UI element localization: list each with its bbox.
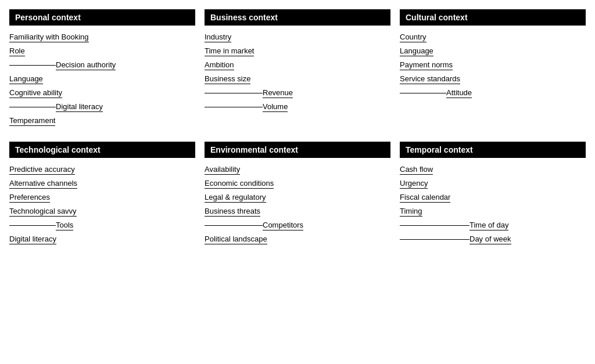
main-grid: Personal contextFamiliarity with Booking… bbox=[9, 9, 586, 246]
item-label: Revenue bbox=[263, 88, 293, 98]
list-item: Availability bbox=[205, 163, 390, 176]
connector-line bbox=[205, 225, 263, 226]
list-item: Urgency bbox=[400, 176, 586, 190]
list-item: Predictive accuracy bbox=[9, 163, 195, 176]
list-item: Day of week bbox=[469, 232, 586, 246]
temporal-context-items: Cash flowUrgencyFiscal calendarTimingTim… bbox=[400, 163, 586, 246]
list-item: Time of day bbox=[469, 218, 586, 232]
item-label: Attitude bbox=[446, 88, 472, 98]
item-label: Familiarity with Booking bbox=[9, 33, 89, 42]
business-context-items: IndustryTime in marketAmbitionBusiness s… bbox=[205, 30, 390, 114]
item-label: Cash flow bbox=[400, 165, 433, 175]
environmental-context-header: Environmental context bbox=[205, 142, 390, 158]
list-item: Payment norms bbox=[400, 58, 586, 72]
list-item: Volume bbox=[263, 100, 390, 114]
list-item: Temperament bbox=[9, 114, 195, 128]
item-label: Political landscape bbox=[205, 235, 267, 244]
technological-context: Technological contextPredictive accuracy… bbox=[9, 142, 195, 246]
item-label: Cognitive ability bbox=[9, 88, 62, 98]
list-item: Country bbox=[400, 30, 586, 44]
item-label: Timing bbox=[400, 207, 422, 217]
item-label: Predictive accuracy bbox=[9, 165, 75, 175]
cultural-context: Cultural contextCountryLanguagePayment n… bbox=[400, 9, 586, 128]
list-item: Fiscal calendar bbox=[400, 190, 586, 204]
list-item: Digital literacy bbox=[56, 100, 195, 114]
list-item: Technological savvy bbox=[9, 204, 195, 218]
item-label: Business threats bbox=[205, 207, 260, 217]
connector-line bbox=[9, 107, 56, 107]
item-label: Alternative channels bbox=[9, 179, 77, 189]
item-label: Service standards bbox=[400, 74, 460, 84]
item-label: Day of week bbox=[469, 235, 511, 244]
list-item: Service standards bbox=[400, 72, 586, 86]
list-item: Ambition bbox=[205, 58, 390, 72]
item-label: Country bbox=[400, 33, 426, 42]
technological-context-items: Predictive accuracyAlternative channelsP… bbox=[9, 163, 195, 246]
list-item: Legal & regulatory bbox=[205, 190, 390, 204]
list-item: Business size bbox=[205, 72, 390, 86]
item-label: Economic conditions bbox=[205, 179, 274, 189]
item-label: Time in market bbox=[205, 46, 254, 56]
connector-line bbox=[205, 93, 263, 93]
list-item: Language bbox=[9, 72, 195, 86]
item-label: Volume bbox=[263, 102, 288, 112]
connector-line bbox=[9, 225, 56, 226]
item-label: Urgency bbox=[400, 179, 428, 189]
list-item: Cash flow bbox=[400, 163, 586, 176]
item-label: Technological savvy bbox=[9, 207, 77, 217]
list-item: Attitude bbox=[446, 86, 586, 100]
item-label: Availability bbox=[205, 165, 240, 175]
list-item: Decision authority bbox=[56, 58, 195, 72]
list-item: Familiarity with Booking bbox=[9, 30, 195, 44]
list-item: Revenue bbox=[263, 86, 390, 100]
business-context: Business contextIndustryTime in marketAm… bbox=[205, 9, 390, 128]
technological-context-header: Technological context bbox=[9, 142, 195, 158]
environmental-context: Environmental contextAvailabilityEconomi… bbox=[205, 142, 390, 246]
connector-line bbox=[205, 107, 263, 107]
connector-line bbox=[400, 93, 446, 93]
list-item: Preferences bbox=[9, 190, 195, 204]
item-label: Time of day bbox=[469, 221, 508, 230]
temporal-context: Temporal contextCash flowUrgencyFiscal c… bbox=[400, 142, 586, 246]
list-item: Economic conditions bbox=[205, 176, 390, 190]
item-label: Ambition bbox=[205, 60, 234, 70]
list-item: Language bbox=[400, 44, 586, 58]
environmental-context-items: AvailabilityEconomic conditionsLegal & r… bbox=[205, 163, 390, 246]
item-label: Business size bbox=[205, 74, 250, 84]
item-label: Payment norms bbox=[400, 60, 453, 70]
list-item: Alternative channels bbox=[9, 176, 195, 190]
item-label: Preferences bbox=[9, 193, 50, 203]
list-item: Tools bbox=[56, 218, 195, 232]
item-label: Digital literacy bbox=[9, 235, 56, 244]
personal-context-header: Personal context bbox=[9, 9, 195, 26]
item-label: Legal & regulatory bbox=[205, 193, 266, 203]
connector-line bbox=[9, 65, 56, 66]
personal-context-items: Familiarity with BookingRoleDecision aut… bbox=[9, 30, 195, 128]
list-item: Time in market bbox=[205, 44, 390, 58]
item-label: Language bbox=[9, 74, 43, 84]
list-item: Industry bbox=[205, 30, 390, 44]
temporal-context-header: Temporal context bbox=[400, 142, 586, 158]
cultural-context-items: CountryLanguagePayment normsService stan… bbox=[400, 30, 586, 100]
business-context-header: Business context bbox=[205, 9, 390, 26]
connector-line bbox=[400, 225, 469, 226]
list-item: Timing bbox=[400, 204, 586, 218]
item-label: Digital literacy bbox=[56, 102, 103, 112]
item-label: Decision authority bbox=[56, 60, 116, 70]
list-item: Cognitive ability bbox=[9, 86, 195, 100]
list-item: Role bbox=[9, 44, 195, 58]
list-item: Digital literacy bbox=[9, 232, 195, 246]
item-label: Language bbox=[400, 46, 433, 56]
list-item: Competitors bbox=[263, 218, 390, 232]
list-item: Political landscape bbox=[205, 232, 390, 246]
item-label: Competitors bbox=[263, 221, 303, 230]
personal-context: Personal contextFamiliarity with Booking… bbox=[9, 9, 195, 128]
item-label: Industry bbox=[205, 33, 231, 42]
cultural-context-header: Cultural context bbox=[400, 9, 586, 26]
item-label: Fiscal calendar bbox=[400, 193, 450, 203]
connector-line bbox=[400, 239, 469, 240]
item-label: Role bbox=[9, 46, 25, 56]
list-item: Business threats bbox=[205, 204, 390, 218]
item-label: Tools bbox=[56, 221, 73, 230]
item-label: Temperament bbox=[9, 116, 55, 126]
